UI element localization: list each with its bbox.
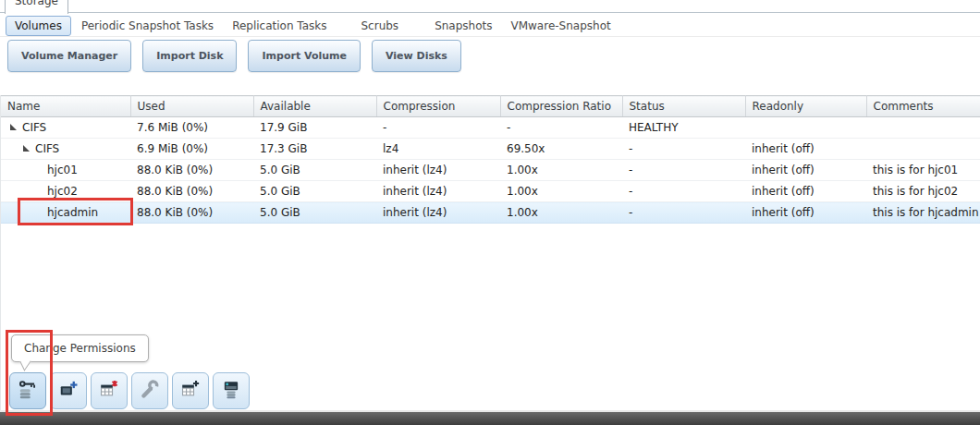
- cell-name: hjc01: [1, 160, 130, 181]
- table-row-hjc02[interactable]: hjc0288.0 KiB (0%)5.0 GiBinherit (lz4)1.…: [1, 181, 980, 202]
- change-permissions-button[interactable]: [9, 372, 46, 409]
- volumes-grid-region: NameUsedAvailableCompressionCompression …: [0, 95, 980, 411]
- table-row-hjcadmin[interactable]: hjcadmin88.0 KiB (0%)5.0 GiBinherit (lz4…: [1, 202, 980, 224]
- cell-readonly: inherit (off): [745, 202, 866, 224]
- cell-compression-ratio: -: [500, 117, 622, 139]
- cell-status: -: [622, 139, 745, 160]
- cell-compression-ratio: 1.00x: [500, 160, 622, 181]
- cell-compression: inherit (lz4): [376, 181, 500, 202]
- create-snapshot-button[interactable]: [213, 372, 250, 409]
- cell-compression-ratio: 1.00x: [500, 202, 622, 224]
- dataset-name-label: hjc01: [47, 164, 78, 176]
- cell-readonly: inherit (off): [745, 160, 866, 181]
- create-zvol-button[interactable]: [172, 372, 209, 409]
- cell-compression-ratio: 69.50x: [500, 139, 622, 160]
- cell-readonly: inherit (off): [745, 181, 866, 202]
- column-header-used[interactable]: Used: [130, 96, 253, 117]
- create-dataset-button[interactable]: [50, 372, 87, 409]
- dataset-name-label: CIFS: [35, 142, 59, 155]
- cell-comments: this is for hjc02: [866, 181, 980, 202]
- volume-toolbar: Volume ManagerImport DiskImport VolumeVi…: [7, 40, 472, 72]
- table-row-cifs[interactable]: CIFS7.6 MiB (0%)17.9 GiB--HEALTHY: [1, 117, 980, 139]
- cell-name: CIFS: [1, 139, 130, 160]
- bottom-bar: [0, 410, 980, 425]
- cell-status: -: [622, 160, 745, 181]
- snapshot-icon: [221, 379, 241, 403]
- destroy-dataset-button[interactable]: [91, 372, 128, 409]
- view-disks-button[interactable]: View Disks: [372, 40, 461, 72]
- expand-triangle-icon[interactable]: [10, 124, 17, 130]
- tab-vmware-snapshot[interactable]: VMware-Snapshot: [502, 17, 619, 35]
- table-row-cifs[interactable]: CIFS6.9 MiB (0%)17.3 GiBlz469.50x-inheri…: [1, 139, 980, 160]
- column-header-available[interactable]: Available: [253, 96, 376, 117]
- cell-used: 88.0 KiB (0%): [130, 202, 253, 224]
- cell-name: hjc02: [1, 181, 130, 202]
- column-header-readonly[interactable]: Readonly: [745, 96, 866, 117]
- cell-status: -: [622, 181, 745, 202]
- cell-comments: this is for hjcadmin: [866, 202, 980, 224]
- cell-available: 5.0 GiB: [253, 202, 376, 224]
- cell-available: 17.9 GiB: [253, 117, 376, 139]
- cell-comments: [866, 117, 980, 139]
- cell-used: 88.0 KiB (0%): [130, 181, 253, 202]
- column-header-name[interactable]: Name: [1, 96, 130, 117]
- table-add-icon: [180, 379, 201, 403]
- table-row-hjc01[interactable]: hjc0188.0 KiB (0%)5.0 GiBinherit (lz4)1.…: [1, 160, 980, 181]
- dataset-plus-icon: [58, 379, 79, 403]
- tab-periodic-snapshot-tasks[interactable]: Periodic Snapshot Tasks: [73, 17, 222, 35]
- cell-available: 17.3 GiB: [253, 139, 376, 160]
- dataset-name-label: CIFS: [22, 121, 46, 134]
- tab-replication-tasks[interactable]: Replication Tasks: [224, 17, 335, 35]
- tab-snapshots[interactable]: Snapshots: [426, 17, 500, 35]
- cell-compression-ratio: 1.00x: [500, 181, 622, 202]
- dataset-name-label: hjcadmin: [47, 206, 98, 219]
- cell-compression: lz4: [376, 139, 500, 160]
- column-header-status[interactable]: Status: [622, 96, 745, 117]
- edit-options-button[interactable]: [131, 372, 168, 409]
- cell-used: 7.6 MiB (0%): [130, 117, 253, 139]
- change-permissions-tooltip: Change Permissions: [11, 334, 149, 362]
- tabstrip-divider: [0, 12, 980, 13]
- cell-used: 88.0 KiB (0%): [130, 160, 253, 181]
- table-header-row: NameUsedAvailableCompressionCompression …: [1, 96, 980, 117]
- volumes-table: NameUsedAvailableCompressionCompression …: [1, 95, 980, 224]
- cell-comments: this is for hjc01: [866, 160, 980, 181]
- cell-readonly: inherit (off): [745, 139, 866, 160]
- cell-status: -: [622, 202, 745, 224]
- cell-compression: inherit (lz4): [376, 160, 500, 181]
- window-tab-label: Storage: [6, 0, 67, 7]
- cell-available: 5.0 GiB: [253, 160, 376, 181]
- import-disk-button[interactable]: Import Disk: [142, 40, 237, 72]
- wrench-icon: [140, 379, 160, 403]
- cell-compression: -: [376, 117, 500, 139]
- cell-readonly: [745, 117, 866, 139]
- cell-status: HEALTHY: [622, 117, 745, 139]
- cell-compression: inherit (lz4): [376, 202, 500, 224]
- cell-available: 5.0 GiB: [253, 181, 376, 202]
- cell-name: CIFS: [1, 117, 130, 139]
- toolbar-divider: [0, 36, 980, 37]
- storage-subtabs: VolumesPeriodic Snapshot TasksReplicatio…: [6, 16, 980, 36]
- dataset-action-bar: [9, 372, 253, 409]
- table-delete-icon: [99, 379, 119, 403]
- cell-name: hjcadmin: [1, 202, 130, 224]
- tab-scrubs[interactable]: Scrubs: [353, 17, 408, 35]
- column-header-compression-ratio[interactable]: Compression Ratio: [500, 96, 622, 117]
- expand-triangle-icon[interactable]: [23, 145, 30, 152]
- window-tab-storage[interactable]: Storage: [5, 0, 68, 14]
- storage-page: Storage VolumesPeriodic Snapshot TasksRe…: [0, 0, 980, 425]
- cell-comments: [866, 139, 980, 160]
- column-header-comments[interactable]: Comments: [866, 96, 980, 117]
- dataset-name-label: hjc02: [47, 185, 78, 198]
- tab-volumes[interactable]: Volumes: [6, 16, 71, 36]
- cell-used: 6.9 MiB (0%): [130, 139, 253, 160]
- key-dataset-icon: [18, 379, 38, 403]
- volume-manager-button[interactable]: Volume Manager: [7, 40, 131, 72]
- column-header-compression[interactable]: Compression: [376, 96, 500, 117]
- import-volume-button[interactable]: Import Volume: [248, 40, 361, 72]
